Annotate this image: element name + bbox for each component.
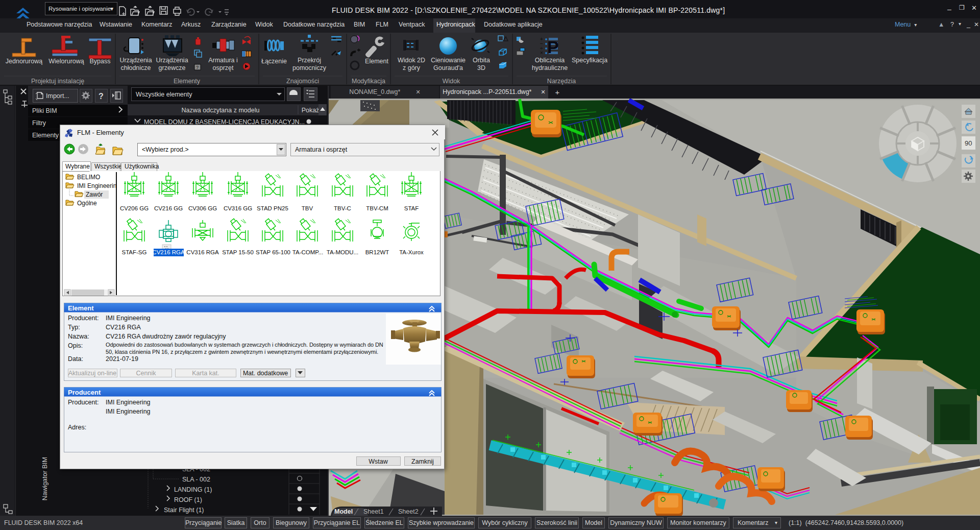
svg-text:CV206 GG: CV206 GG	[120, 205, 149, 211]
svg-text:CV306 GG: CV306 GG	[188, 205, 217, 211]
svg-text:TBV-CM: TBV-CM	[366, 205, 388, 211]
svg-text:IMI Engineering: IMI Engineering	[106, 399, 151, 406]
svg-text:×: ×	[540, 50, 543, 56]
svg-text:Producent: Producent	[68, 389, 101, 396]
svg-text:Widok 2D: Widok 2D	[398, 57, 425, 64]
svg-text:TBV: TBV	[302, 205, 313, 211]
svg-text:Sheet2: Sheet2	[398, 508, 419, 515]
svg-text:hydrauliczne: hydrauliczne	[532, 64, 568, 71]
svg-text:IMI Engineering: IMI Engineering	[106, 408, 151, 415]
svg-text:FLM - Elementy: FLM - Elementy	[77, 129, 124, 136]
svg-text:Specyfikacja: Specyfikacja	[572, 57, 607, 64]
svg-text:50, klasa ciśnienia PN 16, z p: 50, klasa ciśnienia PN 16, z przyłączem …	[106, 349, 378, 355]
svg-text:Elementy: Elementy	[174, 78, 201, 85]
svg-text:Orbita: Orbita	[473, 57, 490, 64]
svg-text:CV216 RGA dwudrożny zawór regu: CV216 RGA dwudrożny zawór regulacyjny	[106, 333, 226, 340]
svg-text:P: P	[547, 37, 559, 57]
svg-text:grzewcze: grzewcze	[159, 64, 186, 71]
svg-text:Bypass: Bypass	[90, 58, 111, 65]
svg-text:Producent:: Producent:	[68, 399, 99, 406]
svg-text:Pokaż: Pokaż	[302, 107, 320, 114]
svg-text:chłodnicze: chłodnicze	[120, 64, 151, 71]
svg-text:?: ?	[196, 65, 199, 70]
svg-text:CV316 GG: CV316 GG	[224, 205, 252, 211]
svg-text:Filtry: Filtry	[32, 119, 46, 127]
svg-text:CV316 RGA: CV316 RGA	[186, 249, 219, 255]
svg-text:CV216 RGA: CV216 RGA	[106, 324, 141, 331]
svg-text:Zawór: Zawór	[86, 191, 103, 198]
svg-text:Wszystkie: Wszystkie	[94, 163, 122, 170]
svg-text:BR12WT: BR12WT	[365, 249, 389, 255]
svg-text:Gouraud'a: Gouraud'a	[433, 64, 463, 71]
svg-text:Wszystkie elementy: Wszystkie elementy	[136, 91, 192, 98]
svg-text:?: ?	[99, 92, 104, 101]
svg-text:STAF: STAF	[404, 205, 419, 211]
svg-text:Elementy: Elementy	[32, 132, 59, 139]
svg-text:IMI Engineering: IMI Engineering	[106, 315, 151, 322]
svg-text:Nazwa:: Nazwa:	[68, 333, 89, 340]
svg-text:ROOF (1): ROOF (1)	[174, 496, 202, 503]
svg-text:Typ:: Typ:	[68, 324, 80, 331]
svg-text:CV216 GG: CV216 GG	[154, 205, 183, 211]
svg-text:Opis:: Opis:	[68, 342, 83, 349]
svg-text:Odpowiedni do zastosowań budow: Odpowiedni do zastosowań budowlanych w s…	[106, 342, 383, 348]
svg-text:Producent:: Producent:	[68, 315, 99, 322]
svg-text:Zamknij: Zamknij	[411, 458, 434, 465]
svg-text:Wybrane: Wybrane	[65, 163, 90, 170]
svg-text:pomocniczy: pomocniczy	[292, 64, 327, 71]
svg-text:SLA - 002: SLA - 002	[182, 476, 210, 483]
svg-text:Model: Model	[334, 508, 353, 515]
svg-text:Przekrój: Przekrój	[298, 57, 321, 64]
svg-text:Pliki BIM: Pliki BIM	[32, 107, 57, 114]
svg-text:Mat. dodatkowe: Mat. dodatkowe	[243, 370, 288, 377]
svg-text:Data:: Data:	[68, 355, 83, 363]
svg-text:90: 90	[965, 139, 972, 147]
svg-text:Sheet1: Sheet1	[363, 508, 384, 515]
svg-text:TA-COMP...: TA-COMP...	[292, 249, 323, 255]
svg-text:Element: Element	[68, 304, 94, 312]
svg-text:Obliczenia: Obliczenia	[535, 57, 565, 64]
svg-text:Łączenie: Łączenie	[261, 58, 287, 65]
svg-text:3D: 3D	[477, 64, 485, 71]
svg-text:TA-MODU...: TA-MODU...	[327, 249, 358, 255]
svg-text:Stair Flight (1): Stair Flight (1)	[164, 507, 204, 514]
svg-text:Cennik: Cennik	[136, 370, 157, 377]
svg-text:Ogólne: Ogólne	[77, 200, 97, 207]
svg-text:STAP 15-50: STAP 15-50	[222, 249, 254, 255]
svg-text:TA-Xurox: TA-Xurox	[399, 249, 424, 255]
svg-text:STAF-SG: STAF-SG	[122, 249, 147, 255]
svg-text:Widok: Widok	[443, 78, 460, 85]
svg-text:Wstaw: Wstaw	[369, 458, 388, 465]
svg-text:Narzędzia: Narzędzia	[547, 78, 576, 85]
svg-text:2021-07-19: 2021-07-19	[106, 355, 138, 363]
svg-text:Urządzenia: Urządzenia	[156, 57, 188, 64]
svg-text:z góry: z góry	[403, 64, 421, 71]
svg-text:Użytkownika: Użytkownika	[125, 163, 159, 170]
svg-text:Armatura i: Armatura i	[208, 57, 238, 64]
svg-text:TBV-C: TBV-C	[334, 205, 351, 211]
svg-text:Znajomości: Znajomości	[286, 78, 319, 85]
svg-text:Jednorurową: Jednorurową	[6, 58, 42, 65]
svg-text:Urządzenia: Urządzenia	[119, 57, 152, 64]
svg-text:<Wybierz prod.>: <Wybierz prod.>	[142, 146, 189, 153]
svg-text:Karta kat.: Karta kat.	[192, 370, 219, 377]
svg-text:LANDING (1): LANDING (1)	[174, 486, 212, 493]
svg-text:IMI Engineerin: IMI Engineerin	[77, 182, 116, 189]
svg-text:Element: Element	[365, 58, 388, 65]
svg-text:Cieniowanie: Cieniowanie	[431, 57, 465, 64]
svg-text:osprzęt: osprzęt	[213, 64, 234, 71]
svg-text:STAP 65-100: STAP 65-100	[256, 249, 290, 255]
svg-text:Modyfikacja: Modyfikacja	[352, 78, 385, 85]
svg-text:Armatura i osprzęt: Armatura i osprzęt	[295, 146, 348, 153]
svg-text:Adres:: Adres:	[68, 424, 86, 431]
svg-text:Aktualizuj on-line: Aktualizuj on-line	[68, 370, 117, 377]
svg-text:Wielorurową: Wielorurową	[48, 58, 84, 65]
svg-text:BELIMO: BELIMO	[77, 174, 100, 181]
svg-text:STAD PN25: STAD PN25	[257, 205, 288, 211]
svg-text:Projektuj instalację: Projektuj instalację	[31, 78, 84, 85]
svg-text:CV216 RGA: CV216 RGA	[152, 249, 185, 255]
svg-text:Import...: Import...	[46, 92, 69, 100]
svg-text:Nazwa odczytana z modelu: Nazwa odczytana z modelu	[182, 107, 260, 114]
